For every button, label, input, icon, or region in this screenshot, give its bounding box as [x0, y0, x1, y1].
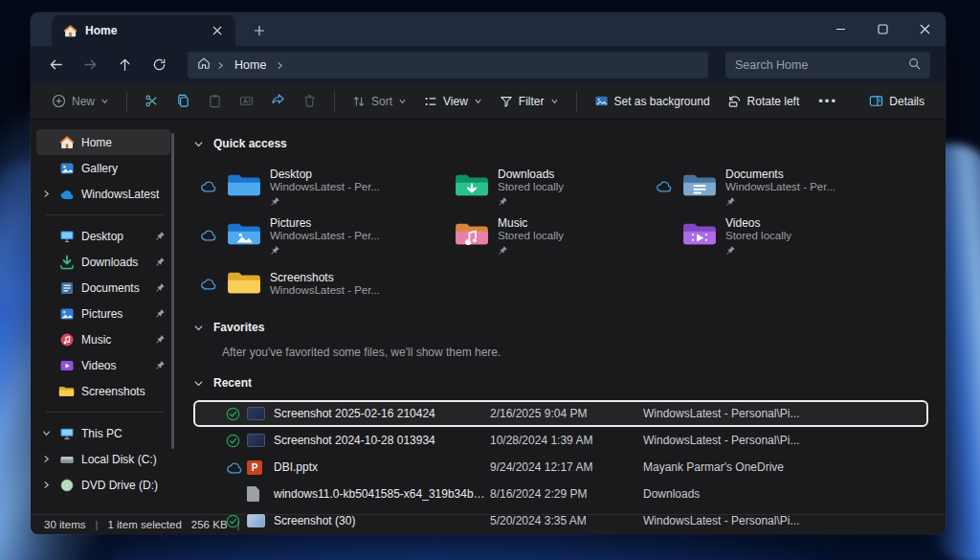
address-bar[interactable]: Home — [188, 52, 708, 78]
pin-icon — [498, 242, 564, 254]
sidebar-item-label: WindowsLatest — [81, 188, 167, 201]
minimize-button[interactable] — [819, 12, 861, 46]
search-icon[interactable] — [908, 56, 921, 74]
sidebar-item-documents[interactable]: Documents — [36, 275, 170, 301]
sidebar-item-gallery[interactable]: Gallery — [36, 155, 170, 181]
tab-bar: Home — [31, 12, 946, 46]
recent-file-row[interactable]: Screenshot 2025-02-16 2104242/16/2025 9:… — [193, 400, 928, 427]
close-button[interactable] — [903, 12, 946, 46]
details-button[interactable]: Details — [861, 87, 932, 116]
sidebar-item-this-pc[interactable]: This PC — [36, 420, 170, 446]
sidebar-item-screenshots[interactable]: Screenshots — [36, 378, 170, 404]
view-button[interactable]: View — [416, 87, 490, 116]
quick-access-tile-music[interactable]: MusicStored locally — [421, 211, 649, 258]
details-panel-icon — [869, 94, 883, 108]
new-tab-button[interactable] — [247, 18, 272, 43]
paste-icon — [208, 94, 222, 108]
file-thumbnail — [247, 514, 274, 527]
sidebar-item-label: Local Disk (C:) — [81, 453, 167, 466]
recent-file-row[interactable]: Screenshot (30)5/20/2024 3:35 AMWindowsL… — [193, 507, 928, 534]
chevron-down-icon[interactable] — [193, 323, 204, 333]
tile-meta: VideosStored locally — [725, 216, 791, 254]
copy-icon — [176, 94, 190, 108]
forward-icon[interactable] — [75, 51, 105, 79]
recent-file-row[interactable]: windows11.0-kb5041585-x64_319b34bb6f8f9.… — [193, 481, 928, 507]
sidebar-item-music[interactable]: Music — [36, 326, 170, 352]
tile-subtitle: Stored locally — [498, 230, 564, 242]
share-button[interactable] — [263, 87, 293, 116]
cut-button[interactable] — [137, 87, 167, 116]
up-icon[interactable] — [109, 51, 140, 79]
plus-circle-icon — [52, 94, 66, 108]
chevron-right-icon[interactable] — [42, 481, 52, 489]
file-location: WindowsLatest - Personal\Pi... — [643, 514, 928, 527]
synced-status-icon — [226, 514, 247, 528]
paste-button[interactable] — [200, 87, 230, 116]
chevron-down-icon[interactable] — [193, 378, 204, 389]
pin-icon — [155, 334, 167, 345]
quick-access-tile-documents[interactable]: DocumentsWindowsLatest - Per... — [649, 162, 877, 210]
sort-icon — [352, 95, 366, 108]
recent-header[interactable]: Recent — [193, 372, 932, 393]
chevron-right-icon[interactable] — [42, 455, 52, 463]
sidebar-item-label: Home — [81, 136, 167, 149]
share-icon — [271, 94, 285, 108]
sidebar-item-videos[interactable]: Videos — [36, 352, 170, 378]
file-thumbnail — [247, 486, 274, 502]
sidebar-item-windowslatest[interactable]: WindowsLatest — [36, 181, 170, 207]
sidebar-item-desktop[interactable]: Desktop — [36, 223, 170, 249]
music-folder-icon — [452, 220, 492, 249]
delete-button[interactable] — [295, 87, 324, 116]
back-icon[interactable] — [40, 51, 71, 79]
sidebar-item-pictures[interactable]: Pictures — [36, 301, 170, 326]
tile-name: Music — [498, 216, 564, 230]
quick-access-header[interactable]: Quick access — [193, 133, 932, 154]
pin-icon — [270, 193, 380, 205]
search-input[interactable] — [735, 58, 908, 72]
favorites-header[interactable]: Favorites — [193, 317, 932, 338]
chevron-right-icon[interactable] — [276, 56, 284, 74]
quick-access-tile-screenshots[interactable]: ScreenshotsWindowsLatest - Per... — [193, 259, 421, 307]
quick-access-tile-downloads[interactable]: DownloadsStored locally — [421, 162, 649, 210]
file-date: 10/28/2024 1:39 AM — [490, 434, 643, 447]
synced-status-icon — [226, 407, 247, 421]
view-icon — [424, 95, 437, 108]
refresh-icon[interactable] — [144, 51, 174, 79]
filter-button[interactable]: Filter — [492, 87, 567, 116]
favorites-title: Favorites — [213, 321, 264, 334]
chevron-down-icon[interactable] — [42, 429, 52, 437]
quick-access-tile-desktop[interactable]: DesktopWindowsLatest - Per... — [193, 162, 421, 210]
set-as-background-button[interactable]: Set as background — [587, 87, 718, 116]
rotate-left-button[interactable]: Rotate left — [720, 87, 808, 116]
recent-file-row[interactable]: PDBI.pptx9/24/2024 12:17 AMMayank Parmar… — [193, 454, 928, 481]
more-options-icon[interactable]: ••• — [809, 94, 847, 108]
sidebar-item-label: Downloads — [81, 256, 148, 269]
rename-button[interactable] — [232, 87, 261, 116]
new-button[interactable]: New — [44, 87, 117, 116]
sidebar-item-dvd-drive-d[interactable]: DVD Drive (D:) — [36, 472, 170, 498]
chevron-right-icon[interactable] — [42, 190, 52, 198]
home-breadcrumb-icon[interactable] — [197, 56, 211, 74]
sidebar-item-downloads[interactable]: Downloads — [36, 249, 170, 275]
breadcrumb-home[interactable]: Home — [231, 58, 270, 72]
quick-access-tile-videos[interactable]: VideosStored locally — [649, 211, 877, 258]
navigation-pane: HomeGalleryWindowsLatestDesktopDownloads… — [31, 120, 174, 514]
sidebar-item-home[interactable]: Home — [36, 129, 170, 155]
tile-meta: MusicStored locally — [498, 216, 564, 254]
sidebar-item-local-disk-c[interactable]: Local Disk (C:) — [36, 446, 170, 472]
sort-button[interactable]: Sort — [345, 87, 414, 116]
quick-access-tile-pictures[interactable]: PicturesWindowsLatest - Per... — [193, 211, 421, 258]
search-box[interactable] — [725, 52, 930, 78]
chevron-down-icon[interactable] — [193, 139, 204, 149]
tile-subtitle: WindowsLatest - Per... — [270, 230, 380, 242]
command-toolbar: New — [31, 83, 946, 120]
maximize-button[interactable] — [861, 12, 903, 46]
chevron-right-icon — [216, 56, 225, 74]
tile-subtitle: Stored locally — [498, 181, 564, 193]
tile-name: Screenshots — [270, 271, 380, 284]
copy-button[interactable] — [168, 87, 198, 116]
tab-home[interactable]: Home — [52, 15, 235, 46]
tab-close-icon[interactable] — [207, 20, 228, 41]
pin-icon — [155, 360, 167, 370]
recent-file-row[interactable]: Screenshot 2024-10-28 01393410/28/2024 1… — [193, 427, 928, 454]
